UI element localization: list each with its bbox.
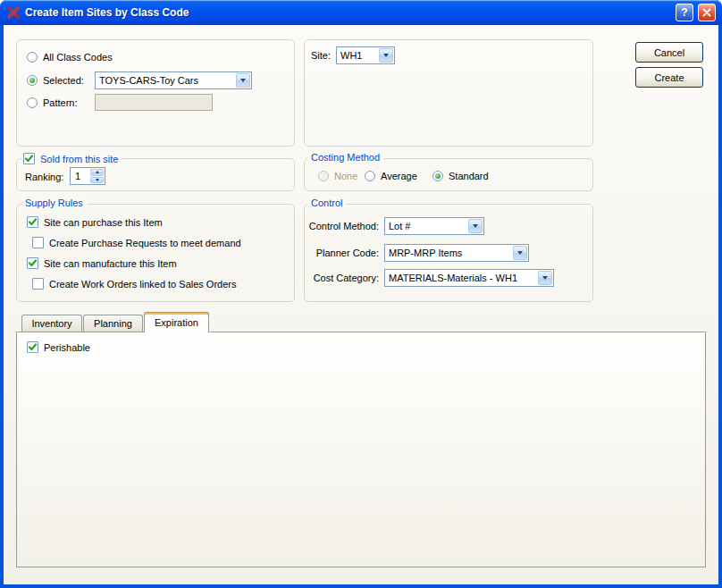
tab-inventory[interactable]: Inventory xyxy=(21,315,82,332)
radio-icon xyxy=(27,52,38,63)
radio-icon xyxy=(27,97,38,108)
selected-class-code-radio[interactable]: Selected: xyxy=(27,74,84,87)
ranking-value: 1 xyxy=(71,168,89,184)
chevron-down-icon xyxy=(236,73,250,88)
ranking-spinner[interactable]: 1 xyxy=(70,167,105,185)
tab-expiration[interactable]: Expiration xyxy=(144,312,209,332)
planner-code-label: Planner Code: xyxy=(306,248,379,258)
all-class-codes-label: All Class Codes xyxy=(43,52,113,63)
planner-code-value: MRP-MRP Items xyxy=(385,248,512,258)
site-combobox[interactable]: WH1 xyxy=(336,46,395,64)
control-method-combobox[interactable]: Lot # xyxy=(384,217,484,235)
site-label: Site: xyxy=(311,50,331,61)
control-method-label: Control Method: xyxy=(306,221,379,231)
perishable-checkbox[interactable]: Perishable xyxy=(27,340,90,354)
purchase-requests-checkbox[interactable]: Create Purchase Requests to meet demand xyxy=(32,236,241,249)
create-button[interactable]: Create xyxy=(635,67,703,88)
site-value: WH1 xyxy=(337,50,378,61)
class-code-value: TOYS-CARS-Toy Cars xyxy=(96,75,235,86)
control-method-value: Lot # xyxy=(385,221,467,231)
window-title: Create Item Sites by Class Code xyxy=(25,6,671,19)
cost-category-label: Cost Category: xyxy=(306,273,379,283)
ranking-label: Ranking: xyxy=(25,172,63,182)
checkbox-icon xyxy=(32,278,44,290)
question-icon: ? xyxy=(681,6,687,19)
costing-method-title: Costing Method xyxy=(307,152,383,163)
class-code-combobox[interactable]: TOYS-CARS-Toy Cars xyxy=(95,71,252,89)
radio-icon xyxy=(27,75,38,86)
checkbox-icon xyxy=(27,257,38,269)
site-can-manufacture-label: Site can manufacture this Item xyxy=(44,258,177,269)
help-button[interactable]: ? xyxy=(676,4,693,21)
site-can-manufacture-checkbox[interactable]: Site can manufacture this Item xyxy=(27,256,177,270)
work-orders-label: Create Work Orders linked to Sales Order… xyxy=(49,279,236,290)
tab-panel xyxy=(16,332,706,567)
costing-none-radio: None xyxy=(318,170,357,182)
costing-none-label: None xyxy=(334,171,357,181)
costing-standard-radio[interactable]: Standard xyxy=(432,170,489,182)
radio-icon xyxy=(432,171,443,181)
costing-average-label: Average xyxy=(381,171,417,181)
checkbox-icon xyxy=(27,216,38,228)
chevron-down-icon xyxy=(513,246,527,260)
checkbox-icon xyxy=(32,237,44,248)
cancel-button[interactable]: Cancel xyxy=(635,42,703,63)
sold-from-site-checkbox[interactable]: Sold from this site xyxy=(21,152,122,165)
costing-average-radio[interactable]: Average xyxy=(365,170,417,182)
supply-rules-title: Supply Rules xyxy=(21,197,87,208)
tab-planning[interactable]: Planning xyxy=(83,315,143,332)
chevron-down-icon xyxy=(379,48,393,63)
selected-class-code-label: Selected: xyxy=(43,75,84,86)
pattern-radio[interactable]: Pattern: xyxy=(27,97,78,109)
sold-from-site-label: Sold from this site xyxy=(40,154,118,164)
spinner-up-button[interactable] xyxy=(90,169,104,176)
checkbox-icon xyxy=(23,153,35,164)
radio-icon xyxy=(318,171,329,181)
purchase-requests-label: Create Purchase Requests to meet demand xyxy=(49,238,241,248)
site-can-purchase-checkbox[interactable]: Site can purchase this Item xyxy=(27,215,163,229)
close-icon xyxy=(702,8,711,17)
chevron-down-icon xyxy=(538,271,552,285)
cost-category-combobox[interactable]: MATERIALS-Materials - WH1 xyxy=(384,269,554,287)
close-button[interactable] xyxy=(698,4,716,21)
titlebar[interactable]: Create Item Sites by Class Code ? xyxy=(0,0,722,25)
costing-standard-label: Standard xyxy=(449,171,489,181)
radio-icon xyxy=(365,171,375,181)
pattern-label: Pattern: xyxy=(43,97,78,108)
perishable-label: Perishable xyxy=(44,342,90,353)
dialog-window: Create Item Sites by Class Code ? All Cl… xyxy=(0,0,722,588)
control-title: Control xyxy=(307,197,346,208)
spinner-down-button[interactable] xyxy=(90,177,104,184)
checkbox-icon xyxy=(27,341,38,353)
app-icon xyxy=(6,5,21,20)
pattern-input[interactable] xyxy=(95,94,213,111)
work-orders-checkbox[interactable]: Create Work Orders linked to Sales Order… xyxy=(32,277,236,290)
site-can-purchase-label: Site can purchase this Item xyxy=(44,217,163,228)
planner-code-combobox[interactable]: MRP-MRP Items xyxy=(384,244,529,262)
chevron-down-icon xyxy=(468,219,483,233)
all-class-codes-radio[interactable]: All Class Codes xyxy=(27,51,113,63)
cost-category-value: MATERIALS-Materials - WH1 xyxy=(385,273,537,283)
